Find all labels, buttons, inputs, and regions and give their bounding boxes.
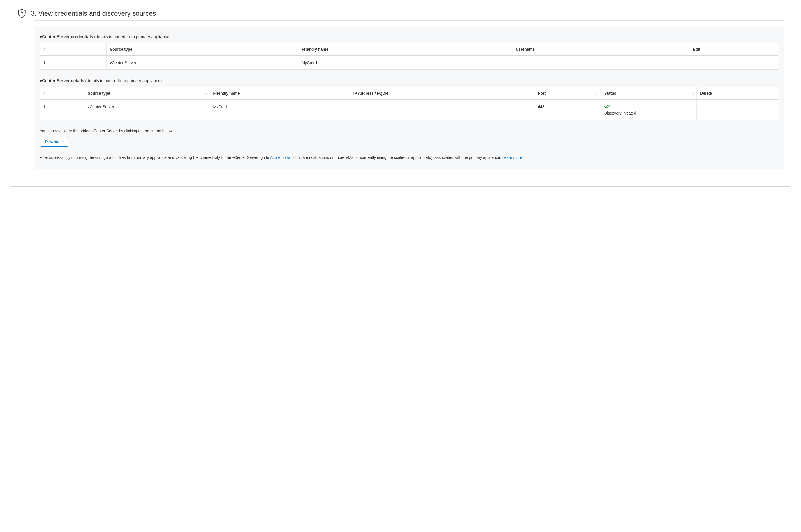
col-edit: Edit <box>689 43 778 56</box>
table-header-row: #↑↓ Source type↑↓ Friendly name↑↓ Userna… <box>40 43 778 56</box>
table-row: 1 vCenter Server MyCred1 -- <box>40 56 778 70</box>
cell-delete: -- <box>697 100 778 120</box>
status-text: Discovery initiated <box>604 111 693 115</box>
bottom-divider <box>11 186 790 187</box>
cell-source-type: vCenter Server <box>106 56 298 70</box>
col-source-type[interactable]: Source type↑↓ <box>106 43 298 56</box>
sort-icon: ↑↓ <box>345 92 347 95</box>
credentials-table: #↑↓ Source type↑↓ Friendly name↑↓ Userna… <box>40 43 778 70</box>
sort-icon: ↑↓ <box>507 48 509 51</box>
details-table: #↑↓ Source type↑↓ Friendly name↑↓ IP Add… <box>40 87 778 120</box>
sort-icon: ↑↓ <box>205 92 207 95</box>
sort-icon: ↑↓ <box>529 92 532 95</box>
col-delete: Delete <box>697 87 778 100</box>
col-friendly-name[interactable]: Friendly name↑↓ <box>210 87 350 100</box>
cell-source-type: vCenter Server <box>84 100 210 120</box>
shield-icon <box>18 9 26 18</box>
credentials-title-faint: (details imported from primary appliance… <box>93 34 171 39</box>
col-ip[interactable]: IP Address / FQDN↑↓ <box>350 87 534 100</box>
cell-friendly-name: MyCred1 <box>210 100 350 120</box>
sort-icon: ↑↓ <box>79 92 81 95</box>
cell-edit: -- <box>689 56 778 70</box>
cell-ip <box>350 100 534 120</box>
col-port[interactable]: Port↑↓ <box>535 87 601 100</box>
section-title: 3. View credentials and discovery source… <box>31 10 156 17</box>
cell-port: 443 <box>535 100 601 120</box>
credentials-panel: vCenter Server credentials (details impo… <box>34 26 784 170</box>
sort-icon: ↑↓ <box>294 48 295 51</box>
double-check-icon <box>604 104 693 109</box>
details-title-bold: vCenter Server details <box>40 78 84 83</box>
top-divider <box>11 0 790 0</box>
footer-text-2: to initiate replications on more VMs con… <box>291 155 502 160</box>
col-username[interactable]: Username↑↓ <box>512 43 689 56</box>
cell-index: 1 <box>40 56 107 70</box>
cell-index: 1 <box>40 100 85 120</box>
table-row: 1 vCenter Server MyCred1 443 Discovery i… <box>40 100 778 120</box>
footer-text-1: After successfully importing the configu… <box>40 155 270 160</box>
credentials-title: vCenter Server credentials (details impo… <box>40 34 778 39</box>
cell-username <box>512 56 689 70</box>
table-header-row: #↑↓ Source type↑↓ Friendly name↑↓ IP Add… <box>40 87 778 100</box>
cell-friendly-name: MyCred1 <box>298 56 512 70</box>
footer-paragraph: After successfully importing the configu… <box>40 154 778 161</box>
sort-icon: ↑↓ <box>596 92 598 95</box>
col-source-type[interactable]: Source type↑↓ <box>84 87 210 100</box>
credentials-title-bold: vCenter Server credentials <box>40 34 93 39</box>
section-header: 3. View credentials and discovery source… <box>18 9 790 18</box>
sort-icon: ↑↓ <box>684 48 686 51</box>
azure-portal-link[interactable]: Azure portal <box>270 155 291 160</box>
sort-icon: ↑↓ <box>101 48 104 51</box>
revalidate-info: You can revalidate the added vCenter Ser… <box>40 129 778 133</box>
cell-status: Discovery initiated <box>601 100 697 120</box>
col-index[interactable]: #↑↓ <box>40 87 85 100</box>
col-friendly-name[interactable]: Friendly name↑↓ <box>298 43 512 56</box>
learn-more-link[interactable]: Learn more <box>502 155 522 160</box>
revalidate-button[interactable]: Revalidate <box>41 137 68 147</box>
col-index[interactable]: #↑↓ <box>40 43 107 56</box>
sort-icon: ↑↓ <box>692 92 694 95</box>
details-title-faint: (details imported from primary appliance… <box>84 78 162 83</box>
section-divider <box>34 20 784 21</box>
col-status[interactable]: Status↑↓ <box>601 87 697 100</box>
svg-point-0 <box>21 12 23 13</box>
details-title: vCenter Server details (details imported… <box>40 78 778 83</box>
